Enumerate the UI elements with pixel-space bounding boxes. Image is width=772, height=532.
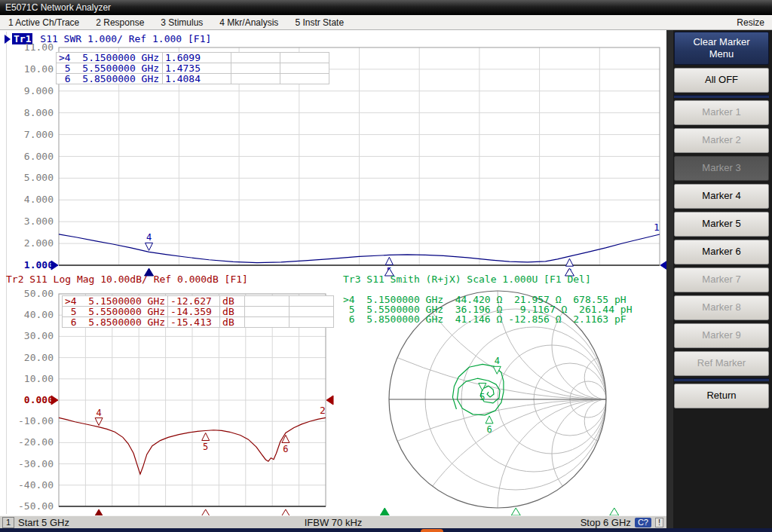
resize-button[interactable]: Resize (729, 15, 772, 30)
bottom-strip (0, 528, 772, 532)
svg-text:-50.00: -50.00 (18, 500, 54, 512)
ifbw-label: IFBW 70 kHz (305, 517, 363, 528)
svg-text:4: 4 (495, 356, 500, 366)
svg-text:4.000: 4.000 (24, 194, 54, 205)
svg-text:-20.00: -20.00 (18, 436, 54, 448)
menu-item-4[interactable]: 4 Mkr/Analysis (211, 17, 286, 28)
softkey-marker-5[interactable]: Marker 5 (674, 212, 769, 237)
menu-item-2[interactable]: 2 Response (87, 17, 152, 28)
marker-table-row: 5 5.5500000 GHz-14.359dB (63, 307, 334, 317)
tr3-header: Tr3 S11 Smith (R+jX) Scale 1.000U [F1 De… (343, 274, 591, 285)
window-title: E5071C Network Analyzer (5, 2, 111, 13)
correction-badge: C? (635, 518, 651, 527)
softkey-marker-2: Marker 2 (674, 128, 769, 153)
marker-table-row: 6 5.8500000 GHz1.4084 (57, 74, 329, 84)
softkey-separator (674, 95, 769, 98)
svg-text:2: 2 (320, 405, 326, 416)
svg-text:9.000: 9.000 (24, 85, 54, 96)
softkey-marker-1: Marker 1 (674, 100, 769, 125)
softkey-menu-title: Clear Marker Menu (674, 32, 769, 65)
svg-text:40.00: 40.00 (24, 309, 54, 320)
marker-table-row: 5 5.5500000 GHz1.4735 (57, 63, 329, 74)
svg-text:10.00: 10.00 (24, 63, 54, 75)
softkey-marker-8: Marker 8 (674, 295, 769, 320)
softkey-all-off[interactable]: All OFF (674, 68, 769, 93)
menu-bar: 1 Active Ch/Trace2 Response3 Stimulus4 M… (0, 15, 772, 30)
svg-text:4: 4 (96, 408, 101, 418)
softkey-marker-3[interactable]: Marker 3 (674, 156, 769, 181)
svg-text:10.00: 10.00 (24, 373, 54, 384)
svg-text:-10.00: -10.00 (18, 415, 54, 427)
svg-text:5: 5 (479, 392, 485, 402)
svg-text:3.000: 3.000 (24, 216, 54, 227)
svg-text:1.000: 1.000 (24, 259, 54, 271)
tr1-header-text: S11 SWR 1.000/ Ref 1.000 [F1] (34, 33, 211, 44)
network-analyzer-screen: E5071C Network Analyzer 1 Active Ch/Trac… (0, 0, 772, 532)
svg-text:4: 4 (146, 232, 152, 243)
menu-item-3[interactable]: 3 Stimulus (152, 17, 211, 28)
svg-text:20.00: 20.00 (24, 352, 54, 363)
svg-text:1: 1 (654, 222, 660, 233)
svg-text:6: 6 (486, 424, 492, 435)
tr1-marker-table: >4 5.1500000 GHz1.6099 5 5.5500000 GHz1.… (56, 52, 329, 84)
marker-table-row: >4 5.1500000 GHz-12.627dB (63, 296, 334, 307)
title-bar: E5071C Network Analyzer (0, 0, 772, 15)
marker-table-row: 6 5.8500000 GHz-15.413dB (63, 317, 334, 328)
channel-indicator: 1 (2, 517, 14, 528)
softkey-scroll-strip[interactable] (666, 30, 673, 528)
svg-text:-30.00: -30.00 (18, 458, 54, 469)
status-bar: 1 Start 5 GHz IFBW 70 kHz Stop 6 GHz C? … (0, 515, 666, 529)
svg-text:2.000: 2.000 (24, 237, 54, 249)
marker-table-row: >4 5.1500000 GHz1.6099 (57, 53, 329, 63)
smith-readout-row: 6 5.8500000 GHz 41.146 Ω -12.856 Ω 2.116… (343, 314, 633, 324)
softkey-menu: Clear Marker Menu All OFFMarker 1Marker … (674, 32, 769, 410)
active-trace-arrow-icon (5, 35, 11, 44)
alert-badge: ! (655, 518, 663, 527)
svg-text:5: 5 (203, 442, 208, 452)
menu-items: 1 Active Ch/Trace2 Response3 Stimulus4 M… (0, 15, 352, 30)
svg-text:6: 6 (283, 444, 288, 454)
svg-text:50.00: 50.00 (24, 288, 54, 299)
stop-frequency-label: Stop 6 GHz (581, 517, 631, 528)
tr3-marker-readout: >4 5.1500000 GHz 44.420 Ω 21.957 Ω 678.5… (343, 295, 633, 324)
softkey-marker-7: Marker 7 (674, 268, 769, 292)
svg-text:-40.00: -40.00 (18, 479, 54, 491)
softkey-marker-6[interactable]: Marker 6 (674, 240, 769, 264)
softkey-sidebar: Clear Marker Menu All OFFMarker 1Marker … (666, 30, 772, 528)
svg-text:5.000: 5.000 (24, 172, 54, 183)
menu-item-5[interactable]: 5 Instr State (286, 17, 352, 28)
svg-text:7.000: 7.000 (24, 129, 54, 140)
svg-text:8.000: 8.000 (24, 107, 54, 118)
start-frequency-label: Start 5 GHz (18, 517, 69, 528)
softkey-marker-4[interactable]: Marker 4 (674, 184, 769, 209)
svg-text:0.000: 0.000 (24, 394, 54, 405)
softkey-ref-marker: Ref Marker (674, 351, 769, 376)
svg-text:6.000: 6.000 (24, 151, 54, 162)
softkey-separator (674, 378, 769, 381)
softkey-marker-9: Marker 9 (674, 323, 769, 348)
tr2-header: Tr2 S11 Log Mag 10.00dB/ Ref 0.000dB [F1… (6, 274, 248, 285)
svg-text:30.00: 30.00 (24, 330, 54, 341)
menu-item-1[interactable]: 1 Active Ch/Trace (0, 17, 87, 28)
svg-text:11.00: 11.00 (24, 41, 54, 53)
softkey-return[interactable]: Return (674, 384, 769, 408)
taskbar-icon-fragment (421, 529, 443, 532)
tr2-marker-table: >4 5.1500000 GHz-12.627dB 5 5.5500000 GH… (62, 295, 334, 328)
